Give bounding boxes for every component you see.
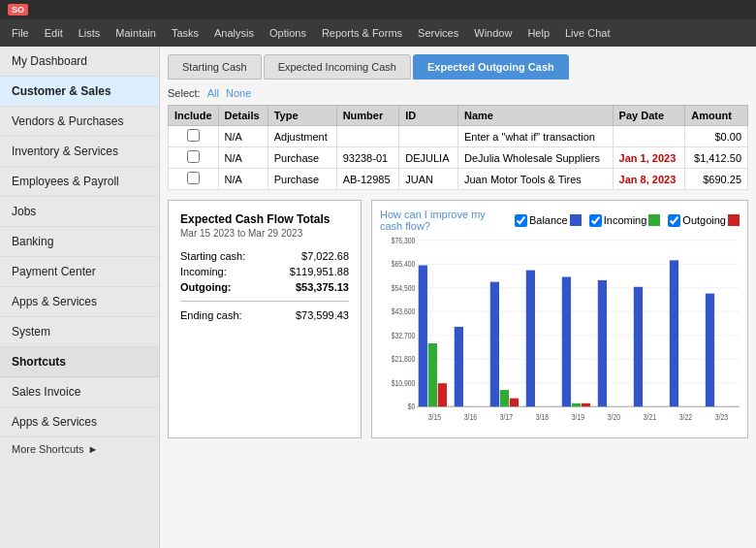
legend-outgoing-label: Outgoing	[682, 214, 726, 226]
svg-text:$54,500: $54,500	[392, 283, 416, 293]
more-shortcuts-label: More Shortcuts	[12, 443, 84, 455]
tab-bar: Starting Cash Expected Incoming Cash Exp…	[168, 54, 748, 80]
legend-outgoing: Outgoing	[668, 214, 740, 227]
totals-incoming-value: $119,951.88	[290, 266, 349, 277]
sidebar-item-dashboard[interactable]: My Dashboard	[0, 47, 159, 77]
menu-maintain[interactable]: Maintain	[108, 23, 164, 43]
totals-date: Mar 15 2023 to Mar 29 2023	[180, 228, 349, 239]
totals-starting-label: Starting cash:	[180, 250, 245, 262]
svg-rect-20	[455, 327, 463, 406]
menu-lists[interactable]: Lists	[71, 23, 109, 43]
app-layout: My Dashboard Customer & Sales Vendors & …	[0, 47, 756, 548]
sidebar-item-employees-payroll[interactable]: Employees & Payroll	[0, 167, 159, 197]
svg-text:3/19: 3/19	[572, 412, 584, 422]
legend-incoming-label: Incoming	[604, 214, 647, 226]
main-content: Starting Cash Expected Incoming Cash Exp…	[160, 47, 756, 548]
svg-rect-26	[572, 403, 581, 406]
svg-rect-24	[526, 271, 535, 407]
legend-outgoing-check[interactable]	[668, 214, 680, 227]
totals-ending-label: Ending cash:	[180, 309, 242, 321]
row-type: Purchase	[268, 169, 336, 190]
svg-text:$0: $0	[408, 402, 416, 411]
bar-chart: $76,300$65,400$54,500$43,600$32,700$21,8…	[380, 236, 740, 430]
col-details: Details	[218, 106, 268, 126]
col-pay-date: Pay Date	[613, 106, 685, 126]
sidebar-more-shortcuts[interactable]: More Shortcuts ►	[0, 437, 159, 461]
row-checkbox[interactable]	[187, 150, 200, 163]
svg-rect-28	[598, 280, 607, 406]
svg-rect-31	[706, 294, 714, 407]
sidebar-item-system[interactable]: System	[0, 317, 159, 347]
totals-incoming: Incoming: $119,951.88	[180, 264, 349, 279]
row-id: DEJULIA	[399, 147, 458, 169]
row-checkbox-cell	[169, 147, 219, 169]
legend-balance-check[interactable]	[515, 214, 527, 227]
menu-services[interactable]: Services	[410, 23, 466, 43]
svg-text:$65,400: $65,400	[392, 259, 416, 269]
transactions-table: Include Details Type Number ID Name Pay …	[168, 105, 748, 190]
cash-flow-link[interactable]: How can I improve my cash flow?	[380, 209, 507, 232]
tab-starting-cash[interactable]: Starting Cash	[168, 54, 262, 80]
row-amount: $0.00	[685, 126, 748, 147]
menu-file[interactable]: File	[4, 23, 37, 43]
sidebar-item-inventory-services[interactable]: Inventory & Services	[0, 137, 159, 167]
menu-window[interactable]: Window	[466, 23, 520, 43]
legend-balance: Balance	[515, 214, 582, 227]
sidebar-item-banking[interactable]: Banking	[0, 227, 159, 257]
row-name: Enter a "what if" transaction	[457, 126, 613, 147]
row-details: N/A	[218, 126, 268, 147]
svg-text:3/18: 3/18	[536, 412, 549, 422]
svg-rect-21	[490, 282, 499, 407]
row-name: Juan Motor Tools & Tires	[457, 169, 613, 190]
row-details: N/A	[218, 147, 268, 169]
row-checkbox[interactable]	[187, 129, 200, 142]
col-include: Include	[169, 106, 219, 126]
select-all-link[interactable]: All	[207, 87, 219, 99]
legend-balance-label: Balance	[529, 214, 568, 226]
menu-options[interactable]: Options	[262, 23, 314, 43]
svg-text:3/21: 3/21	[644, 412, 656, 422]
col-name: Name	[457, 106, 613, 126]
svg-text:$76,300: $76,300	[392, 236, 416, 245]
app-logo: SO	[8, 4, 28, 16]
sidebar-item-sales-invoice[interactable]: Sales Invoice	[0, 377, 159, 407]
legend-balance-color	[570, 214, 582, 226]
menu-help[interactable]: Help	[520, 23, 557, 43]
totals-incoming-label: Incoming:	[180, 266, 227, 277]
row-amount: $1,412.50	[685, 147, 748, 169]
select-none-link[interactable]: None	[226, 87, 251, 99]
menu-edit[interactable]: Edit	[37, 23, 71, 43]
legend-incoming-color	[648, 214, 660, 226]
menu-live-chat[interactable]: Live Chat	[557, 23, 617, 43]
table-row: N/A Purchase 93238-01 DEJULIA DeJulia Wh…	[169, 147, 748, 169]
tab-expected-incoming[interactable]: Expected Incoming Cash	[264, 54, 411, 80]
row-name: DeJulia Wholesale Suppliers	[457, 147, 613, 169]
row-number: 93238-01	[336, 147, 399, 169]
menu-analysis[interactable]: Analysis	[206, 23, 262, 43]
row-checkbox-cell	[169, 169, 219, 190]
sidebar-item-customer-sales[interactable]: Customer & Sales	[0, 77, 159, 107]
svg-text:3/15: 3/15	[428, 412, 441, 422]
sidebar-item-apps-services-2[interactable]: Apps & Services	[0, 407, 159, 437]
menu-bar: File Edit Lists Maintain Tasks Analysis …	[0, 19, 756, 47]
row-amount: $690.25	[685, 169, 748, 190]
totals-ending-value: $73,599.43	[296, 309, 349, 321]
sidebar-item-jobs[interactable]: Jobs	[0, 197, 159, 227]
row-type: Adjustment	[268, 126, 336, 147]
row-checkbox[interactable]	[187, 172, 200, 184]
select-row: Select: All None	[168, 87, 748, 99]
svg-rect-29	[634, 287, 643, 406]
sidebar-item-vendors-purchases[interactable]: Vendors & Purchases	[0, 107, 159, 137]
legend-incoming-check[interactable]	[589, 214, 602, 227]
menu-reports-forms[interactable]: Reports & Forms	[314, 23, 410, 43]
menu-tasks[interactable]: Tasks	[164, 23, 206, 43]
svg-rect-18	[428, 343, 437, 406]
totals-outgoing-label: Outgoing:	[180, 281, 232, 293]
more-shortcuts-arrow: ►	[88, 443, 99, 455]
svg-text:$10,900: $10,900	[392, 378, 416, 388]
svg-text:3/16: 3/16	[464, 412, 477, 422]
sidebar-item-payment-center[interactable]: Payment Center	[0, 257, 159, 287]
sidebar-item-apps-services[interactable]: Apps & Services	[0, 287, 159, 317]
tab-expected-outgoing[interactable]: Expected Outgoing Cash	[413, 54, 569, 80]
svg-rect-23	[510, 399, 519, 407]
